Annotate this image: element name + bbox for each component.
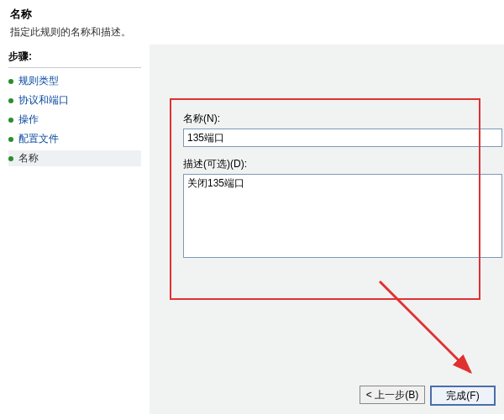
wizard-body: 步骤: 规则类型 协议和端口 操作 配置文件 名称 名称(N): 描述(可选)(… — [0, 45, 504, 414]
bullet-icon — [8, 137, 13, 142]
page-title: 名称 — [10, 7, 494, 22]
step-profile[interactable]: 配置文件 — [8, 131, 141, 147]
step-label: 操作 — [18, 113, 39, 127]
main-panel: 名称(N): 描述(可选)(D): < 上一步(B) 完成(F) — [150, 45, 504, 414]
step-label: 协议和端口 — [18, 93, 69, 108]
step-label: 名称 — [18, 151, 39, 165]
name-input[interactable] — [183, 129, 502, 147]
step-protocol-port[interactable]: 协议和端口 — [8, 92, 141, 108]
bullet-icon — [8, 98, 13, 103]
step-name[interactable]: 名称 — [8, 150, 141, 166]
bullet-icon — [8, 118, 13, 123]
bullet-icon — [8, 156, 13, 161]
step-label: 配置文件 — [18, 132, 59, 146]
annotation-arrow-icon — [371, 273, 489, 391]
form-area: 名称(N): 描述(可选)(D): — [150, 61, 504, 260]
svg-line-0 — [380, 281, 470, 372]
page-subtitle: 指定此规则的名称和描述。 — [10, 25, 494, 39]
steps-heading: 步骤: — [8, 50, 141, 68]
finish-button[interactable]: 完成(F) — [430, 386, 496, 406]
steps-sidebar: 步骤: 规则类型 协议和端口 操作 配置文件 名称 — [0, 45, 150, 414]
wizard-buttons: < 上一步(B) 完成(F) — [360, 386, 496, 406]
description-label: 描述(可选)(D): — [183, 157, 504, 171]
description-textarea[interactable] — [183, 174, 502, 258]
step-label: 规则类型 — [18, 74, 59, 88]
back-button[interactable]: < 上一步(B) — [360, 386, 425, 404]
step-rule-type[interactable]: 规则类型 — [8, 73, 141, 89]
wizard-header: 名称 指定此规则的名称和描述。 — [0, 0, 504, 45]
bullet-icon — [8, 79, 13, 84]
step-action[interactable]: 操作 — [8, 112, 141, 128]
name-label: 名称(N): — [183, 112, 504, 126]
